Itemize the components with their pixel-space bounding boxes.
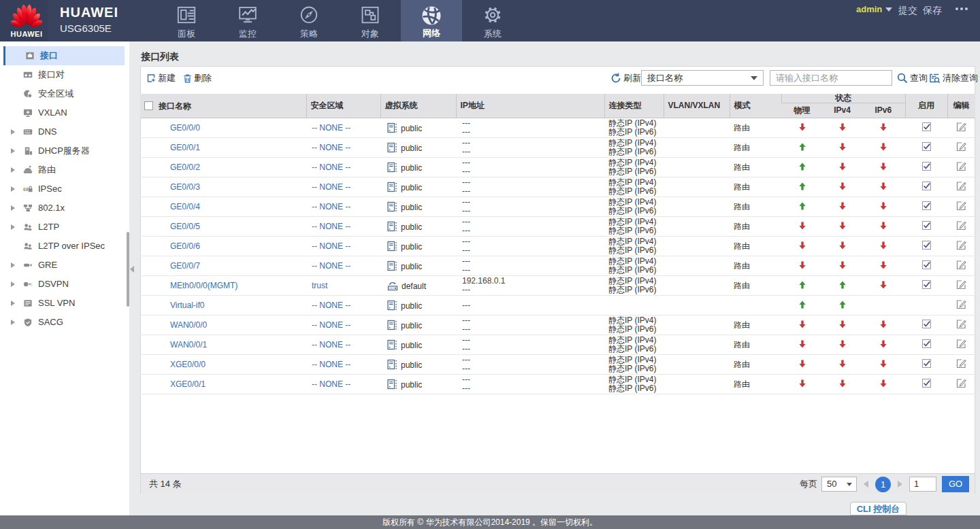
svg-text:6E: 6E <box>23 186 29 192</box>
